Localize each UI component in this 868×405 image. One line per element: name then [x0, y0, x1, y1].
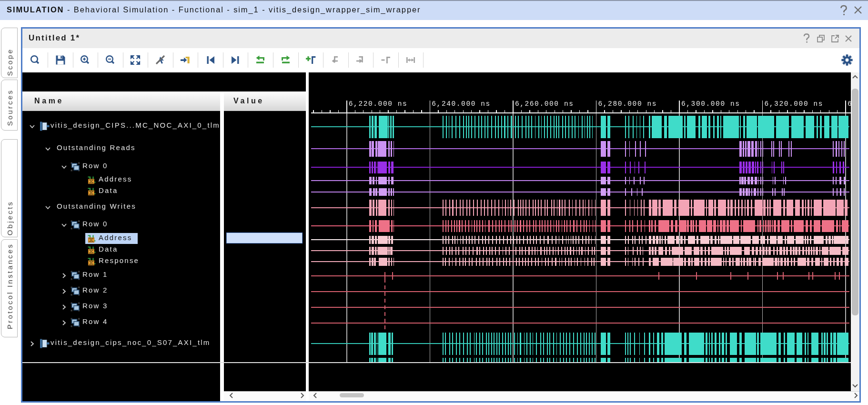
- svg-text:6,320.000 ns: 6,320.000 ns: [765, 100, 824, 108]
- svg-text:6,260.000 ns: 6,260.000 ns: [515, 100, 574, 108]
- svg-text:6,280.000 ns: 6,280.000 ns: [598, 100, 657, 108]
- svg-text:6,340.000 ns: 6,340.000 ns: [848, 100, 851, 108]
- svg-text:6,240.000 ns: 6,240.000 ns: [432, 100, 491, 108]
- svg-text:6,220.000 ns: 6,220.000 ns: [349, 100, 408, 108]
- svg-text:6,300.000 ns: 6,300.000 ns: [681, 100, 740, 108]
